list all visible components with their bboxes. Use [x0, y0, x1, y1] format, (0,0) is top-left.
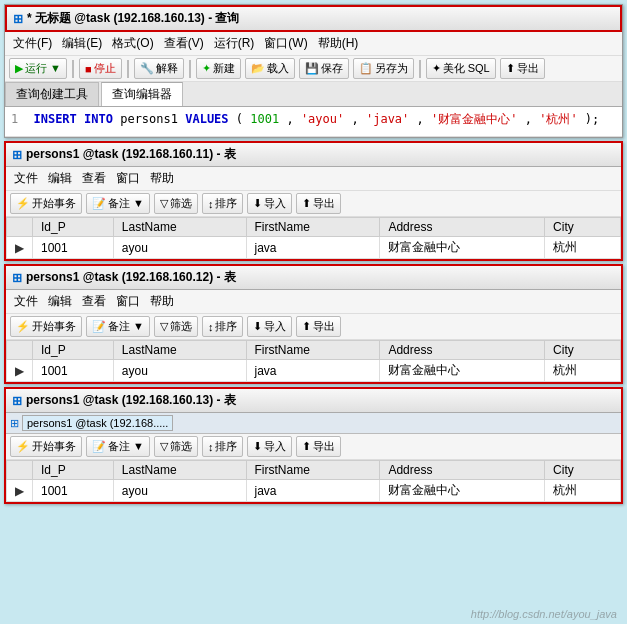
cell-city: 杭州 [545, 237, 621, 259]
toolbar-sep-3 [189, 60, 191, 78]
menu-run[interactable]: 运行(R) [210, 34, 259, 53]
new-icon: ✦ [202, 62, 211, 75]
toolbar-sep-1 [72, 60, 74, 78]
beautify-button[interactable]: ✦ 美化 SQL [426, 58, 496, 79]
t11-menu-view[interactable]: 查看 [78, 169, 110, 188]
t13-transaction-icon: ⚡ [16, 440, 30, 453]
table-11-data: Id_P LastName FirstName Address City ▶ 1… [6, 217, 621, 259]
t12-menu-view[interactable]: 查看 [78, 292, 110, 311]
t12-col-firstname: FirstName [246, 341, 380, 360]
t11-transaction-btn[interactable]: ⚡ 开始事务 [10, 193, 82, 214]
import-icon: ⬇ [253, 197, 262, 210]
export-button[interactable]: ⬆ 导出 [500, 58, 545, 79]
t12-filter-btn[interactable]: ▽ 筛选 [154, 316, 198, 337]
t11-menu-file[interactable]: 文件 [10, 169, 42, 188]
col-address: Address [380, 218, 545, 237]
table-13-data: Id_P LastName FirstName Address City ▶ 1… [6, 460, 621, 502]
t12-note-btn[interactable]: 📝 备注 ▼ [86, 316, 150, 337]
menu-edit[interactable]: 编辑(E) [58, 34, 106, 53]
tab-query-editor[interactable]: 查询编辑器 [101, 82, 183, 106]
t12-sort-btn[interactable]: ↕ 排序 [202, 316, 244, 337]
line-number: 1 [11, 112, 18, 126]
table-11-header-row: Id_P LastName FirstName Address City [7, 218, 621, 237]
sql-editor[interactable]: 1 INSERT INTO persons1 VALUES ( 1001 , '… [5, 107, 622, 137]
table-row[interactable]: ▶ 1001 ayou java 财富金融中心 杭州 [7, 360, 621, 382]
t13-sort-btn[interactable]: ↕ 排序 [202, 436, 244, 457]
table-12-toolbar: ⚡ 开始事务 📝 备注 ▼ ▽ 筛选 ↕ 排序 ⬇ 导入 ⬆ 导出 [6, 314, 621, 340]
t12-transaction-btn[interactable]: ⚡ 开始事务 [10, 316, 82, 337]
run-button[interactable]: ▶ 运行 ▼ [9, 58, 67, 79]
menu-file[interactable]: 文件(F) [9, 34, 56, 53]
t11-menu-help[interactable]: 帮助 [146, 169, 178, 188]
query-title-icon: ⊞ [13, 12, 23, 26]
menu-view[interactable]: 查看(V) [160, 34, 208, 53]
load-button[interactable]: 📂 载入 [245, 58, 295, 79]
run-icon: ▶ [15, 62, 23, 75]
t13-col-address: Address [380, 461, 545, 480]
t13-note-icon: 📝 [92, 440, 106, 453]
saveas-icon: 📋 [359, 62, 373, 75]
export2-icon: ⬆ [302, 197, 311, 210]
t13-import-btn[interactable]: ⬇ 导入 [247, 436, 292, 457]
t13-filter-btn[interactable]: ▽ 筛选 [154, 436, 198, 457]
t13-col-city: City [545, 461, 621, 480]
menu-format[interactable]: 格式(O) [108, 34, 157, 53]
t13-row-arrow: ▶ [7, 480, 33, 502]
saveas-button[interactable]: 📋 另存为 [353, 58, 414, 79]
t13-export-btn[interactable]: ⬆ 导出 [296, 436, 341, 457]
t11-export-btn[interactable]: ⬆ 导出 [296, 193, 341, 214]
query-window-title: ⊞ * 无标题 @task (192.168.160.13) - 查询 [5, 5, 622, 32]
t13-transaction-btn[interactable]: ⚡ 开始事务 [10, 436, 82, 457]
table-11-menubar: 文件 编辑 查看 窗口 帮助 [6, 167, 621, 191]
t13-cell-address: 财富金融中心 [380, 480, 545, 502]
mini-tab-text[interactable]: persons1 @task (192.168..... [22, 415, 173, 431]
t13-cell-firstname: java [246, 480, 380, 502]
cell-firstname: java [246, 237, 380, 259]
t13-cell-id: 1001 [33, 480, 114, 502]
t12-menu-edit[interactable]: 编辑 [44, 292, 76, 311]
t12-menu-help[interactable]: 帮助 [146, 292, 178, 311]
table-13-toolbar: ⚡ 开始事务 📝 备注 ▼ ▽ 筛选 ↕ 排序 ⬇ 导入 ⬆ 导出 [6, 434, 621, 460]
t11-import-btn[interactable]: ⬇ 导入 [247, 193, 292, 214]
t13-filter-icon: ▽ [160, 440, 168, 453]
cell-address: 财富金融中心 [380, 237, 545, 259]
menu-window[interactable]: 窗口(W) [260, 34, 311, 53]
table-12-title: ⊞ persons1 @task (192.168.160.12) - 表 [6, 266, 621, 290]
t12-cell-address: 财富金融中心 [380, 360, 545, 382]
t11-sort-btn[interactable]: ↕ 排序 [202, 193, 244, 214]
t12-col-lastname: LastName [113, 341, 246, 360]
t12-export-icon: ⬆ [302, 320, 311, 333]
t12-cell-city: 杭州 [545, 360, 621, 382]
t11-filter-btn[interactable]: ▽ 筛选 [154, 193, 198, 214]
beautify-icon: ✦ [432, 62, 441, 75]
menu-help[interactable]: 帮助(H) [314, 34, 363, 53]
col-arrow [7, 218, 33, 237]
table-window-11: ⊞ persons1 @task (192.168.160.11) - 表 文件… [4, 141, 623, 261]
t11-menu-window[interactable]: 窗口 [112, 169, 144, 188]
stop-button[interactable]: ■ 停止 [79, 58, 122, 79]
t12-export-btn[interactable]: ⬆ 导出 [296, 316, 341, 337]
table-row[interactable]: ▶ 1001 ayou java 财富金融中心 杭州 [7, 480, 621, 502]
t13-cell-lastname: ayou [113, 480, 246, 502]
t12-col-city: City [545, 341, 621, 360]
col-id: Id_P [33, 218, 114, 237]
table-12-icon: ⊞ [12, 271, 22, 285]
table-row[interactable]: ▶ 1001 ayou java 财富金融中心 杭州 [7, 237, 621, 259]
cell-id: 1001 [33, 237, 114, 259]
t11-note-btn[interactable]: 📝 备注 ▼ [86, 193, 150, 214]
table-11-title: ⊞ persons1 @task (192.168.160.11) - 表 [6, 143, 621, 167]
save-button[interactable]: 💾 保存 [299, 58, 349, 79]
new-button[interactable]: ✦ 新建 [196, 58, 241, 79]
t12-col-id: Id_P [33, 341, 114, 360]
col-firstname: FirstName [246, 218, 380, 237]
t11-menu-edit[interactable]: 编辑 [44, 169, 76, 188]
watermark: http://blog.csdn.net/ayou_java [471, 608, 617, 620]
t12-menu-window[interactable]: 窗口 [112, 292, 144, 311]
export-icon: ⬆ [506, 62, 515, 75]
explain-button[interactable]: 🔧 解释 [134, 58, 184, 79]
t12-import-btn[interactable]: ⬇ 导入 [247, 316, 292, 337]
tab-query-builder[interactable]: 查询创建工具 [5, 82, 99, 106]
toolbar-sep-2 [127, 60, 129, 78]
t13-note-btn[interactable]: 📝 备注 ▼ [86, 436, 150, 457]
t12-menu-file[interactable]: 文件 [10, 292, 42, 311]
